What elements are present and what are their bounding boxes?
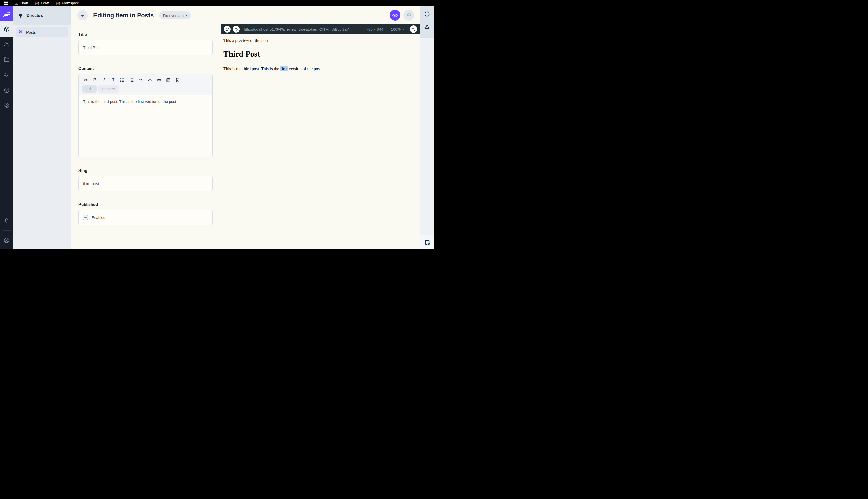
field-label: Published — [78, 202, 213, 207]
content-textarea[interactable]: This is the third post. This is the firs… — [79, 95, 212, 157]
changes-sidebar-button[interactable] — [423, 22, 432, 31]
preview-post-body: This is the third post. This is the firs… — [223, 66, 416, 71]
responsive-mode-button[interactable] — [410, 25, 417, 33]
link-button[interactable] — [155, 77, 163, 83]
markdown-toolbar: tT B I T 123 — [79, 74, 212, 95]
title-value: Third Post — [83, 45, 100, 50]
tab-label: Draft — [21, 1, 28, 5]
back-button[interactable] — [77, 10, 88, 20]
gear-icon — [3, 102, 10, 109]
text-size-icon: tT — [84, 78, 87, 82]
chevron-down-icon — [402, 28, 405, 31]
module-content[interactable] — [0, 21, 13, 37]
open-in-new-button[interactable] — [224, 26, 231, 33]
module-help[interactable] — [0, 83, 13, 98]
blockquote-button[interactable] — [137, 77, 144, 83]
content-cube-icon — [3, 26, 10, 32]
refresh-button[interactable] — [233, 26, 240, 33]
published-checkbox-label: Enabled — [91, 215, 105, 220]
open-in-new-icon — [225, 27, 229, 31]
calendar-icon: 31 — [14, 1, 18, 5]
module-insights[interactable] — [0, 67, 13, 83]
database-icon — [18, 29, 23, 35]
preview-intro-text: This a preview of the post — [223, 38, 416, 43]
image-button[interactable] — [174, 77, 181, 83]
module-bar — [0, 6, 13, 250]
preview-dimensions: 780 × 844 — [366, 27, 383, 31]
item-edit-form: Title Third Post Content tT B I T — [71, 24, 221, 250]
live-preview-button[interactable] — [390, 10, 400, 21]
code-button[interactable] — [147, 77, 153, 83]
help-icon — [3, 87, 10, 93]
chevron-down-icon: ▾ — [186, 13, 187, 17]
notifications-button[interactable] — [0, 213, 13, 228]
live-preview-panel: http://localhost:5173/4?preview=true&tok… — [221, 24, 420, 250]
folder-icon — [3, 57, 10, 63]
browser-tab-draft-2[interactable]: Draft — [35, 1, 49, 5]
page-title: Editing Item in Posts — [93, 12, 154, 19]
ordered-list-icon: 123 — [129, 78, 134, 83]
sidebar-item-posts[interactable]: Posts — [15, 27, 68, 37]
preview-url[interactable]: http://localhost:5173/4?preview=true&tok… — [244, 27, 361, 31]
zoom-dropdown[interactable]: 100% — [391, 27, 405, 31]
bell-icon — [3, 218, 10, 224]
markdown-editor: tT B I T 123 — [78, 74, 213, 157]
browser-tab-draft-1[interactable]: 31 Draft — [14, 1, 28, 5]
browser-tab-formspree[interactable]: Formspree — [55, 1, 79, 5]
bullet-list-icon — [120, 78, 125, 83]
field-slug: Slug third-post — [78, 168, 213, 191]
module-bar-divider — [2, 230, 11, 231]
directus-logo-button[interactable] — [0, 6, 13, 21]
highlighted-text: first — [280, 66, 288, 71]
slug-value: third-post — [83, 181, 99, 186]
title-input[interactable]: Third Post — [78, 40, 213, 55]
preview-post-heading: Third Post — [223, 49, 416, 59]
right-sidebar — [420, 6, 434, 250]
table-button[interactable] — [165, 77, 172, 83]
version-label: First version — [163, 13, 184, 17]
bold-button[interactable]: B — [91, 77, 98, 83]
field-published: Published Enabled — [78, 202, 213, 225]
slug-input[interactable]: third-post — [78, 176, 213, 191]
link-icon — [156, 78, 162, 83]
eye-icon — [392, 12, 398, 18]
bullet-list-button[interactable] — [119, 77, 126, 83]
editor-tabs: Edit Preview — [82, 85, 209, 93]
checkbox-indeterminate-icon[interactable] — [83, 215, 88, 220]
bold-icon: B — [93, 78, 97, 82]
module-settings[interactable] — [0, 98, 13, 113]
ordered-list-button[interactable]: 123 — [128, 77, 135, 83]
revisions-pending-button[interactable] — [420, 235, 434, 250]
info-sidebar-button[interactable] — [423, 10, 432, 19]
tab-label: Formspree — [62, 1, 79, 5]
table-icon — [166, 78, 171, 83]
strikethrough-button[interactable]: T — [110, 77, 117, 83]
page-header: Editing Item in Posts First version ▾ — [71, 6, 420, 24]
app-grid-icon[interactable] — [4, 1, 8, 5]
field-label: Title — [78, 32, 213, 37]
directus-rabbit-icon — [2, 10, 11, 17]
field-title: Title Third Post — [78, 32, 213, 55]
italic-button[interactable]: I — [101, 77, 108, 83]
arrow-left-icon — [80, 13, 85, 18]
module-users[interactable] — [0, 37, 13, 52]
project-header[interactable]: Directus — [13, 6, 71, 25]
sidebar-item-label: Posts — [26, 30, 36, 34]
save-button[interactable] — [403, 10, 414, 21]
refresh-icon — [234, 27, 238, 31]
clipboard-clock-icon — [424, 239, 431, 246]
tab-edit[interactable]: Edit — [82, 85, 97, 93]
content-value: This is the third post. This is the firs… — [83, 99, 176, 104]
shield-check-icon — [406, 13, 412, 18]
code-icon — [148, 78, 152, 83]
text-size-button[interactable]: tT — [82, 77, 89, 83]
navigation-panel: Directus Posts — [13, 6, 71, 250]
app-window: 31 Draft Draft Formspree — [0, 0, 434, 250]
module-files[interactable] — [0, 52, 13, 67]
warning-triangle-icon — [424, 24, 430, 30]
zoom-level: 100% — [391, 27, 401, 31]
tab-preview[interactable]: Preview — [98, 85, 119, 93]
published-toggle[interactable]: Enabled — [78, 210, 213, 225]
account-button[interactable] — [0, 233, 13, 248]
version-dropdown[interactable]: First version ▾ — [159, 11, 191, 19]
